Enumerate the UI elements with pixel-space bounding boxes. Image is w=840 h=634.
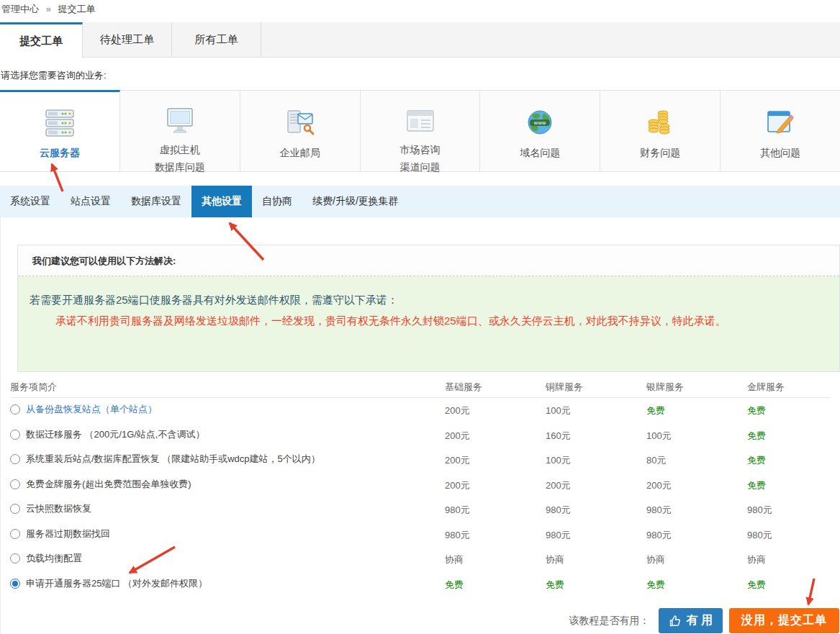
svg-text:www: www [534, 120, 546, 126]
ticket-tabbar: 提交工单 待处理工单 所有工单 [0, 22, 840, 58]
category-domain[interactable]: www 域名问题 [480, 90, 600, 172]
category-label: 虚拟主机 数据库问题 [155, 141, 205, 176]
price-cell: 160元 [546, 430, 571, 443]
price-cell: 免费 [546, 579, 564, 592]
radio-open-port25[interactable] [10, 579, 20, 589]
tutorial-feedback-bar: 该教程是否有用： 有 用 没用，提交工单 [569, 608, 839, 633]
row-open-port25[interactable]: 申请开通服务器25端口 （对外发邮件权限） [10, 577, 207, 590]
table-row: 服务器过期数据找回 980元 980元 980元 980元 [10, 522, 830, 548]
tab-pending-tickets[interactable]: 待处理工单 [83, 22, 172, 57]
radio-free-gold-service[interactable] [10, 479, 20, 489]
breadcrumb-separator: » [46, 4, 51, 14]
feedback-question: 该教程是否有用： [569, 615, 650, 628]
category-label: 云服务器 [40, 144, 80, 161]
category-finance[interactable]: 财务问题 [600, 90, 721, 172]
price-cell: 980元 [445, 504, 470, 517]
price-cell: 协商 [646, 553, 665, 566]
radio-expired-data-recovery[interactable] [10, 529, 20, 539]
col-service-intro: 服务项简介 [10, 381, 57, 394]
category-cloud-server[interactable]: 云服务器 [0, 90, 120, 172]
row-restore-from-backup[interactable]: 从备份盘恢复站点（单个站点） [10, 403, 157, 416]
price-cell: 980元 [747, 504, 772, 517]
radio-data-migration[interactable] [10, 430, 20, 440]
category-label: 其他问题 [760, 144, 800, 161]
business-select-prompt: 请选择您需要咨询的业务: [1, 69, 107, 82]
table-row: 云快照数据恢复 980元 980元 980元 980元 [10, 497, 830, 522]
price-cell: 980元 [646, 529, 672, 542]
table-row: 负载均衡配置 协商 协商 协商 协商 [10, 547, 830, 572]
useful-button[interactable]: 有 用 [659, 608, 723, 633]
table-row: 数据迁移服务 （200元/1G/站点,不含调试） 200元 160元 100元 … [10, 423, 830, 448]
price-cell: 980元 [546, 529, 571, 542]
row-free-gold-service[interactable]: 免费金牌服务(超出免费范围会单独收费) [10, 478, 191, 491]
price-cell: 免费 [747, 579, 766, 592]
radio-reinstall-restore[interactable] [10, 454, 20, 464]
subtab-site-settings[interactable]: 站点设置 [60, 186, 121, 217]
row-load-balancing[interactable]: 负载均衡配置 [10, 552, 82, 565]
category-label: 市场咨询 渠道问题 [400, 141, 441, 176]
finance-coins-icon [643, 107, 677, 140]
col-silver-service: 银牌服务 [646, 381, 684, 394]
row-data-migration[interactable]: 数据迁移服务 （200元/1G/站点,不含调试） [10, 428, 204, 441]
service-table-header: 服务项简介 基础服务 铜牌服务 银牌服务 金牌服务 [10, 377, 830, 398]
category-label: 域名问题 [520, 144, 560, 161]
price-cell: 协商 [445, 553, 464, 566]
radio-snapshot-restore[interactable] [10, 504, 20, 514]
price-cell: 980元 [747, 529, 772, 542]
col-bronze-service: 铜牌服务 [546, 381, 583, 394]
subtab-database-settings[interactable]: 数据库设置 [121, 186, 191, 217]
row-reinstall-restore[interactable]: 系统重装后站点/数据库配置恢复 （限建站助手或wdcp建站，5个以内） [10, 453, 320, 466]
price-cell: 200元 [646, 479, 672, 492]
price-cell: 免费 [747, 479, 766, 492]
price-cell: 协商 [747, 553, 766, 566]
price-cell: 免费 [445, 579, 464, 592]
table-row: 从备份盘恢复站点（单个站点） 200元 100元 免费 免费 [10, 398, 830, 423]
price-cell: 80元 [646, 454, 666, 467]
radio-load-balancing[interactable] [10, 553, 20, 563]
breadcrumb: 管理中心 » 提交工单 [1, 3, 95, 16]
price-cell: 980元 [546, 504, 571, 517]
submit-ticket-button[interactable]: 没用，提交工单 [729, 608, 839, 633]
price-cell: 980元 [646, 504, 672, 517]
business-category-strip: 云服务器 虚拟主机 数据库问题 [0, 90, 840, 172]
price-cell: 200元 [445, 479, 470, 492]
price-cell: 980元 [445, 529, 470, 542]
domain-globe-icon: www [523, 107, 556, 140]
virtual-host-icon [163, 107, 197, 137]
panel-left-border [0, 217, 1, 634]
tab-submit-ticket[interactable]: 提交工单 [0, 22, 83, 58]
tab-all-tickets[interactable]: 所有工单 [172, 22, 261, 57]
category-market-consult[interactable]: 市场咨询 渠道问题 [361, 90, 481, 172]
price-cell: 协商 [546, 553, 564, 566]
price-cell: 100元 [546, 404, 571, 417]
price-cell: 免费 [747, 430, 766, 443]
subtab-self-negotiate[interactable]: 自协商 [252, 186, 302, 217]
row-expired-data-recovery[interactable]: 服务器过期数据找回 [10, 527, 110, 540]
category-enterprise-mail[interactable]: 企业邮局 [240, 90, 361, 172]
category-virtual-host[interactable]: 虚拟主机 数据库问题 [120, 90, 240, 172]
subtab-other-settings[interactable]: 其他设置 [191, 186, 252, 217]
breadcrumb-admin-center[interactable]: 管理中心 [1, 4, 39, 14]
other-edit-icon [764, 107, 797, 140]
subtab-system-settings[interactable]: 系统设置 [0, 186, 60, 217]
col-basic-service: 基础服务 [445, 381, 482, 394]
thumbs-up-icon [669, 615, 682, 628]
price-cell: 免费 [646, 404, 665, 417]
port25-notice-line2: 承诺不利用贵司服务器及网络发送垃圾邮件，一经发现，贵司有权无条件永久封锁25端口… [30, 314, 839, 328]
price-cell: 200元 [445, 454, 470, 467]
port25-notice-line1: 若需要开通服务器25端口使服务器具有对外发送邮件权限，需遵守以下承诺： [30, 294, 839, 307]
radio-restore-from-backup[interactable] [10, 404, 20, 415]
category-other[interactable]: 其他问题 [721, 90, 840, 172]
subtab-renew-upgrade[interactable]: 续费/升级/更换集群 [302, 186, 409, 217]
price-cell: 200元 [445, 404, 470, 417]
row-snapshot-restore[interactable]: 云快照数据恢复 [10, 502, 91, 515]
price-cell: 免费 [646, 579, 665, 592]
breadcrumb-current: 提交工单 [58, 4, 95, 14]
enterprise-mail-icon [284, 107, 317, 140]
price-cell: 免费 [747, 454, 766, 467]
table-row: 系统重装后站点/数据库配置恢复 （限建站助手或wdcp建站，5个以内） 200元… [10, 448, 830, 473]
price-cell: 免费 [747, 404, 766, 417]
price-cell: 200元 [445, 430, 470, 443]
table-row: 申请开通服务器25端口 （对外发邮件权限） 免费 免费 免费 免费 [10, 572, 830, 597]
category-label: 企业邮局 [280, 144, 320, 161]
